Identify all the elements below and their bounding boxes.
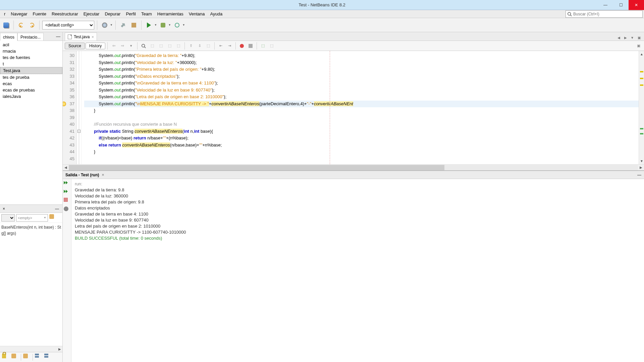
menu-reestructurar[interactable]: Reestructurar — [49, 10, 81, 18]
projects-tab[interactable]: chivos — [0, 33, 17, 41]
search-input[interactable] — [573, 12, 637, 16]
menu-ventana[interactable]: Ventana — [186, 10, 208, 18]
member-row[interactable]: g[] args) — [1, 230, 61, 236]
debug-button[interactable] — [158, 20, 168, 30]
ok-mark[interactable] — [640, 128, 643, 129]
output-rerun-button[interactable] — [64, 180, 70, 187]
nav-tree-button[interactable] — [23, 354, 31, 361]
hscroll-right-button[interactable]: ▶ — [638, 165, 644, 170]
toggle-bookmark-button[interactable]: ⬚ — [204, 42, 212, 50]
panel-minimize-button[interactable]: — — [54, 34, 62, 39]
editor-tab-test[interactable]: Test.java × — [65, 33, 97, 41]
dropdown-button[interactable]: ▾ — [127, 42, 135, 50]
nav-lock-button[interactable] — [2, 354, 9, 361]
line-gutter[interactable]: 30313233343536373839404142434445 — [63, 51, 77, 164]
tree-item[interactable]: ecas — [0, 80, 62, 87]
hscroll-thumb[interactable] — [69, 165, 444, 170]
browser-button[interactable] — [100, 20, 109, 30]
menu-herramientas[interactable]: Herramientas — [155, 10, 186, 18]
tree-item[interactable]: acil — [0, 42, 62, 48]
code-line[interactable]: } — [84, 107, 639, 114]
warning-mark[interactable] — [640, 71, 643, 72]
nav-sort2-button[interactable] — [44, 354, 52, 361]
navigator-close-button[interactable]: × — [3, 206, 5, 211]
code-line[interactable]: System.out.println("\nMENSAJE PARA CURIO… — [84, 101, 639, 108]
menu-r[interactable]: r — [1, 10, 8, 18]
code-line[interactable] — [84, 114, 639, 121]
code-line[interactable]: else return convertirABaseNEnteros(n/bas… — [84, 142, 639, 149]
tree-item[interactable]: tes de fuentes — [0, 54, 62, 61]
code-line[interactable] — [84, 156, 639, 163]
select-button[interactable]: ⬚ — [174, 42, 182, 50]
shift-left-button[interactable]: ⇤ — [217, 42, 225, 50]
member-row[interactable]: BaseNEnteros(int n, int base) : St — [1, 224, 61, 230]
code-line[interactable]: private static String convertirABaseNEnt… — [84, 128, 639, 135]
navigator-minimize-button[interactable]: — — [53, 206, 61, 211]
macro-stop-button[interactable] — [247, 42, 255, 50]
next-bookmark-button[interactable]: ⇩ — [196, 42, 204, 50]
menu-fuente[interactable]: Fuente — [30, 10, 49, 18]
editor-window-button[interactable]: ▣ — [635, 43, 642, 49]
output-stop-button[interactable] — [64, 198, 70, 204]
tab-list-button[interactable]: ▼ — [629, 35, 635, 41]
fold-column[interactable]: − — [77, 51, 82, 164]
editor-tab-close-button[interactable]: × — [92, 35, 94, 39]
warning-mark[interactable] — [640, 78, 643, 79]
tab-maximize-button[interactable]: ▣ — [636, 35, 642, 41]
code-editor[interactable]: 30313233343536373839404142434445 − Syste… — [63, 51, 644, 164]
save-all-button[interactable] — [1, 20, 11, 30]
find-button[interactable] — [140, 42, 148, 50]
output-close-button[interactable]: × — [102, 173, 104, 177]
window-maximize-button[interactable]: ☐ — [613, 0, 629, 10]
menu-team[interactable]: Team — [139, 10, 155, 18]
navigator-view-button[interactable] — [49, 214, 57, 222]
find-prev-button[interactable]: ⬚ — [148, 42, 156, 50]
project-tree[interactable]: acilrmaciates de fuentestTest.javates de… — [0, 41, 62, 204]
nav-sort-button[interactable] — [35, 354, 42, 361]
tree-item[interactable]: Test.java — [0, 67, 62, 74]
tree-item[interactable]: rmacia — [0, 48, 62, 54]
uncomment-button[interactable]: ⬚ — [268, 42, 276, 50]
output-run-button[interactable] — [64, 189, 70, 196]
output-minimize-button[interactable]: — — [637, 173, 641, 177]
menu-ayuda[interactable]: Ayuda — [208, 10, 225, 18]
ok-mark[interactable] — [640, 133, 643, 134]
macro-record-button[interactable] — [238, 42, 246, 50]
code-area[interactable]: System.out.println("Gravedad de la tierr… — [82, 51, 639, 164]
window-minimize-button[interactable]: — — [598, 0, 613, 10]
back-button[interactable]: ⇦ — [110, 42, 118, 50]
scroll-down-icon[interactable]: ▼ — [640, 159, 643, 163]
tree-item[interactable]: tes de prueba — [0, 74, 62, 80]
source-view-button[interactable]: Source — [65, 43, 85, 49]
code-line[interactable]: System.out.println("\nDatos encriptados"… — [84, 73, 639, 80]
menu-depurar[interactable]: Depurar — [102, 10, 123, 18]
menu-perfil[interactable]: Perfil — [123, 10, 139, 18]
output-settings-button[interactable] — [64, 206, 70, 213]
menu-navegar[interactable]: Navegar — [8, 10, 30, 18]
run-config-select[interactable]: <default config> — [42, 21, 94, 29]
tree-item[interactable]: ialesJava — [0, 93, 62, 100]
scroll-up-icon[interactable]: ▲ — [640, 52, 643, 56]
navigator-filter-select[interactable]: <empty>▼ — [16, 214, 48, 222]
navigator-scope-select[interactable] — [1, 214, 15, 222]
build-button[interactable] — [118, 20, 128, 30]
prev-bookmark-button[interactable]: ⇧ — [187, 42, 195, 50]
tab-prev-button[interactable]: ◀ — [616, 35, 622, 41]
clean-build-button[interactable] — [129, 20, 139, 30]
menu-ejecutar[interactable]: Ejecutar — [81, 10, 102, 18]
window-close-button[interactable]: ✕ — [629, 0, 644, 10]
code-line[interactable]: //Función recursiva que convierte a base… — [84, 121, 639, 128]
code-line[interactable]: System.out.println("Velocidad de la luz … — [84, 87, 639, 94]
history-view-button[interactable]: History — [86, 43, 105, 49]
code-line[interactable]: System.out.println("Gravedad de la tierr… — [84, 52, 639, 59]
code-line[interactable]: System.out.println("Letra del país de or… — [84, 94, 639, 101]
forward-button[interactable]: ⇨ — [118, 42, 126, 50]
code-line[interactable]: System.out.println("Primera letra del pa… — [84, 66, 639, 73]
redo-button[interactable] — [27, 20, 37, 30]
warning-mark[interactable] — [640, 84, 643, 86]
global-search[interactable] — [566, 10, 643, 18]
code-line[interactable]: } — [84, 148, 639, 156]
find-next-button[interactable]: ⬚ — [157, 42, 165, 50]
code-line[interactable]: System.out.println("Velocidad de la luz:… — [84, 59, 639, 66]
code-line[interactable]: if((n/base)<base) return n/base+""+(n%ba… — [84, 135, 639, 142]
